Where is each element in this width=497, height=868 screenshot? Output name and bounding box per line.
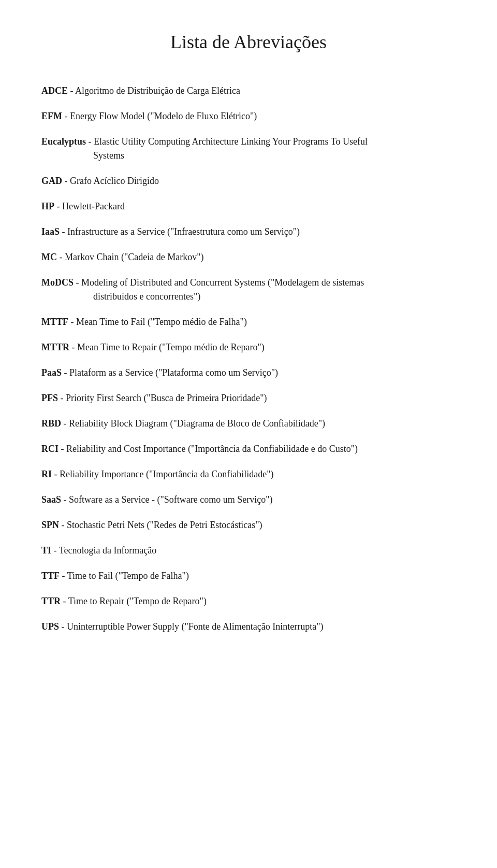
list-item: MTTF - Mean Time to Fail ("Tempo médio d… xyxy=(41,315,456,329)
abbreviation-term: TTR xyxy=(41,596,61,606)
abbreviation-term: RBD xyxy=(41,418,61,429)
abbreviation-definition: - Elastic Utility Computing Architecture… xyxy=(86,136,368,147)
abbreviation-term: UPS xyxy=(41,621,59,632)
list-item: RCI - Reliability and Cost Importance ("… xyxy=(41,442,456,456)
abbreviation-term: TTF xyxy=(41,571,60,581)
abbreviation-term: RI xyxy=(41,469,52,479)
abbreviation-term: IaaS xyxy=(41,226,60,237)
abbreviation-definition: - Time to Fail ("Tempo de Falha") xyxy=(60,571,189,581)
list-item: IaaS - Infrastructure as a Service ("Inf… xyxy=(41,225,456,239)
abbreviation-definition: - Reliability Block Diagram ("Diagrama d… xyxy=(61,418,325,429)
abbreviation-list: ADCE - Algoritmo de Distribuição de Carg… xyxy=(41,84,456,634)
abbreviation-term: ADCE xyxy=(41,86,68,96)
abbreviation-definition: - Hewlett-Packard xyxy=(54,201,125,211)
list-item: TI - Tecnologia da Informação xyxy=(41,544,456,558)
abbreviation-term: SaaS xyxy=(41,494,61,505)
abbreviation-term: MoDCS xyxy=(41,277,74,288)
abbreviation-definition: - Mean Time to Repair ("Tempo médio de R… xyxy=(69,342,265,352)
abbreviation-term: EFM xyxy=(41,111,62,121)
list-item: RBD - Reliability Block Diagram ("Diagra… xyxy=(41,417,456,431)
abbreviation-definition: - Infrastructure as a Service ("Infraest… xyxy=(60,226,300,237)
abbreviation-definition: - Software as a Service - ("Software com… xyxy=(61,494,273,505)
abbreviation-term: TI xyxy=(41,545,51,556)
list-item: TTF - Time to Fail ("Tempo de Falha") xyxy=(41,569,456,583)
abbreviation-term: PFS xyxy=(41,393,58,403)
list-item: SaaS - Software as a Service - ("Softwar… xyxy=(41,493,456,507)
abbreviation-definition: - Algoritmo de Distribuição de Carga Elé… xyxy=(68,86,240,96)
list-item: TTR - Time to Repair ("Tempo de Reparo") xyxy=(41,594,456,608)
abbreviation-definition: - Time to Repair ("Tempo de Reparo") xyxy=(61,596,207,606)
list-item: RI - Reliability Importance ("Importânci… xyxy=(41,467,456,481)
abbreviation-term: MTTR xyxy=(41,342,69,352)
abbreviation-definition: - Markov Chain ("Cadeia de Markov") xyxy=(57,252,204,262)
list-item: PFS - Priority First Search ("Busca de P… xyxy=(41,391,456,405)
page-title: Lista de Abreviações xyxy=(41,31,456,53)
list-item: PaaS - Plataform as a Service ("Platafor… xyxy=(41,366,456,380)
list-item: ADCE - Algoritmo de Distribuição de Carg… xyxy=(41,84,456,98)
abbreviation-definition: - Energy Flow Model ("Modelo de Fluxo El… xyxy=(62,111,257,121)
list-item: Eucalyptus - Elastic Utility Computing A… xyxy=(41,135,456,163)
abbreviation-continuation: Systems xyxy=(41,149,456,163)
list-item: GAD - Grafo Acíclico Dirigido xyxy=(41,174,456,188)
abbreviation-definition: - Stochastic Petri Nets ("Redes de Petri… xyxy=(59,520,262,530)
abbreviation-term: PaaS xyxy=(41,367,62,378)
abbreviation-term: SPN xyxy=(41,520,59,530)
abbreviation-definition: - Grafo Acíclico Dirigido xyxy=(62,176,159,186)
abbreviation-term: RCI xyxy=(41,444,59,454)
abbreviation-term: Eucalyptus xyxy=(41,136,86,147)
list-item: EFM - Energy Flow Model ("Modelo de Flux… xyxy=(41,109,456,123)
abbreviation-definition: - Uninterruptible Power Supply ("Fonte d… xyxy=(59,621,324,632)
list-item: SPN - Stochastic Petri Nets ("Redes de P… xyxy=(41,518,456,532)
abbreviation-continuation: distribuídos e concorrentes") xyxy=(41,290,456,304)
list-item: HP - Hewlett-Packard xyxy=(41,200,456,214)
abbreviation-term: MTTF xyxy=(41,317,68,327)
abbreviation-definition: - Mean Time to Fail ("Tempo médio de Fal… xyxy=(68,317,247,327)
abbreviation-definition: - Plataform as a Service ("Plataforma co… xyxy=(62,367,278,378)
list-item: MTTR - Mean Time to Repair ("Tempo médio… xyxy=(41,340,456,354)
list-item: MC - Markov Chain ("Cadeia de Markov") xyxy=(41,250,456,264)
abbreviation-term: GAD xyxy=(41,176,62,186)
abbreviation-definition: - Modeling of Distributed and Concurrent… xyxy=(74,277,364,288)
list-item: UPS - Uninterruptible Power Supply ("Fon… xyxy=(41,620,456,634)
abbreviation-term: MC xyxy=(41,252,57,262)
abbreviation-term: HP xyxy=(41,201,54,211)
abbreviation-definition: - Reliability Importance ("Importância d… xyxy=(52,469,274,479)
abbreviation-definition: - Tecnologia da Informação xyxy=(51,545,156,556)
abbreviation-definition: - Reliability and Cost Importance ("Impo… xyxy=(59,444,358,454)
abbreviation-definition: - Priority First Search ("Busca de Prime… xyxy=(58,393,267,403)
list-item: MoDCS - Modeling of Distributed and Conc… xyxy=(41,276,456,304)
